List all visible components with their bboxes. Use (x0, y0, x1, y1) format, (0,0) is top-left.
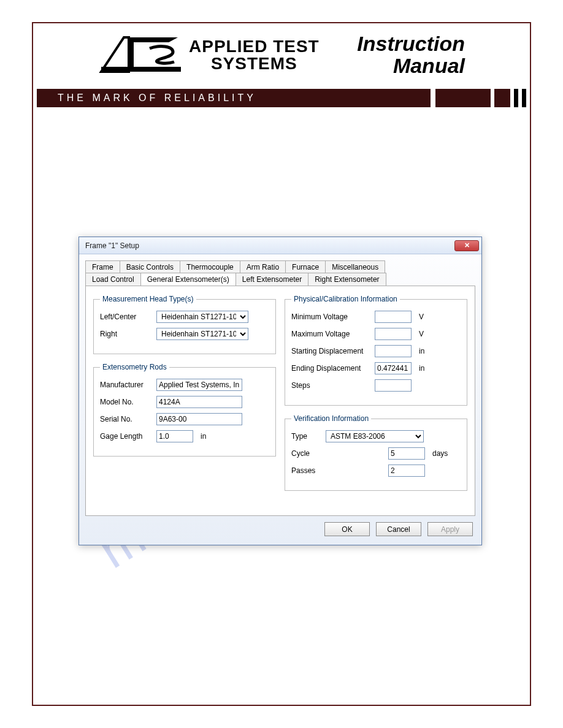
apply-button[interactable]: Apply (427, 522, 473, 536)
manufacturer-input[interactable] (156, 379, 242, 391)
company-line2: SYSTEMS (189, 55, 320, 72)
end-disp-unit: in (419, 364, 424, 373)
passes-label: Passes (291, 466, 322, 475)
verification-type-select[interactable]: ASTM E83-2006 (326, 430, 424, 442)
model-input[interactable] (156, 396, 242, 408)
gage-length-input[interactable] (156, 430, 193, 442)
tab-thermocouple[interactable]: Thermocouple (180, 260, 240, 273)
measurement-head-legend: Measurement Head Type(s) (100, 295, 196, 303)
physical-calibration-group: Physical/Calibration Information Minimum… (285, 295, 467, 406)
doc-line2: Manual (357, 55, 465, 77)
right-label: Right (100, 330, 153, 338)
tab-frame[interactable]: Frame (85, 260, 120, 273)
left-center-select[interactable]: Heidenhain ST1271-10x (156, 311, 248, 323)
measurement-head-group: Measurement Head Type(s) Left/Center Hei… (93, 295, 276, 354)
max-voltage-label: Maximum Voltage (291, 330, 371, 338)
tagline-bar: THE MARK OF RELIABILITY (37, 89, 526, 107)
start-disp-unit: in (419, 347, 424, 355)
cancel-button[interactable]: Cancel (376, 522, 421, 536)
right-select[interactable]: Heidenhain ST1271-10x (156, 328, 248, 340)
company-name: APPLIED TEST SYSTEMS (189, 38, 320, 72)
extensometry-rods-legend: Extensometry Rods (100, 363, 169, 371)
titlebar[interactable]: Frame "1" Setup ✕ (79, 237, 481, 254)
document-title: Instruction Manual (357, 33, 465, 77)
tab-basic-controls[interactable]: Basic Controls (120, 260, 180, 273)
left-center-label: Left/Center (100, 313, 153, 321)
serial-input[interactable] (156, 413, 242, 425)
tab-furnace[interactable]: Furnace (285, 260, 326, 273)
verification-type-label: Type (291, 432, 322, 441)
ok-button[interactable]: OK (324, 522, 370, 536)
tagline-block (514, 89, 518, 107)
serial-label: Serial No. (100, 415, 153, 423)
max-voltage-input[interactable] (375, 328, 412, 340)
passes-input[interactable] (388, 464, 425, 477)
close-button[interactable]: ✕ (454, 240, 479, 251)
end-disp-input[interactable] (375, 362, 412, 374)
tagline-text: THE MARK OF RELIABILITY (37, 89, 431, 107)
verification-legend: Verification Information (291, 414, 371, 423)
steps-label: Steps (291, 381, 371, 390)
page-header: APPLIED TEST SYSTEMS Instruction Manual … (37, 29, 526, 107)
gage-length-label: Gage Length (100, 432, 153, 441)
close-icon: ✕ (464, 241, 470, 249)
end-disp-label: Ending Displacement (291, 364, 371, 373)
dialog-title: Frame "1" Setup (85, 241, 139, 250)
start-disp-label: Starting Displacement (291, 347, 371, 355)
extensometry-rods-group: Extensometry Rods Manufacturer Model No.… (93, 363, 276, 457)
min-voltage-unit: V (419, 313, 424, 321)
cycle-unit: days (432, 449, 448, 458)
cycle-input[interactable] (388, 447, 425, 460)
steps-input[interactable] (375, 379, 412, 392)
physical-calibration-legend: Physical/Calibration Information (291, 295, 400, 303)
model-label: Model No. (100, 398, 153, 406)
start-disp-input[interactable] (375, 345, 412, 357)
tab-strip: Frame Basic Controls Thermocouple Arm Ra… (79, 254, 481, 286)
tagline-block (435, 89, 491, 107)
company-line1: APPLIED TEST (189, 38, 320, 55)
manufacturer-label: Manufacturer (100, 381, 153, 389)
min-voltage-input[interactable] (375, 311, 412, 323)
frame-setup-dialog: Frame "1" Setup ✕ Frame Basic Controls T… (79, 237, 482, 545)
tab-general-extensometer[interactable]: General Extensometer(s) (140, 273, 236, 286)
tab-arm-ratio[interactable]: Arm Ratio (240, 260, 286, 273)
ats-logo-icon (98, 34, 184, 77)
max-voltage-unit: V (419, 330, 424, 338)
dialog-buttons: OK Cancel Apply (79, 522, 481, 545)
tagline-block (522, 89, 526, 107)
gage-length-unit: in (201, 432, 206, 441)
doc-line1: Instruction (357, 33, 465, 55)
min-voltage-label: Minimum Voltage (291, 313, 371, 321)
cycle-label: Cycle (291, 449, 322, 458)
tagline-block (494, 89, 510, 107)
tab-left-extensometer[interactable]: Left Extensometer (236, 273, 308, 286)
logo-block: APPLIED TEST SYSTEMS (98, 34, 320, 77)
tab-panel: Measurement Head Type(s) Left/Center Hei… (85, 286, 475, 516)
tab-load-control[interactable]: Load Control (85, 273, 141, 286)
verification-group: Verification Information Type ASTM E83-2… (285, 414, 467, 491)
tab-miscellaneous[interactable]: Miscellaneous (325, 260, 385, 273)
tab-right-extensometer[interactable]: Right Extensometer (308, 273, 386, 286)
